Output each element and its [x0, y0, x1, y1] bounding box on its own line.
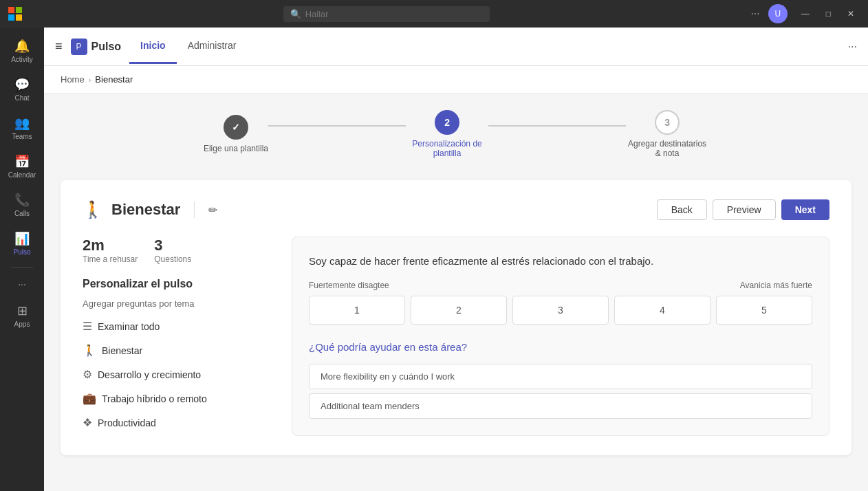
- topic-label-desarrollo: Desarrollo y crecimiento: [98, 369, 201, 380]
- sidebar-item-pulse[interactable]: 📊 Pulso: [3, 226, 41, 261]
- edit-icon[interactable]: ✏: [208, 204, 217, 217]
- window-controls: — □ ✕: [796, 8, 860, 20]
- app-logo: P Pulso: [71, 39, 122, 55]
- followup-options: More flexibility en y cuándo I work Addi…: [309, 364, 812, 419]
- pulse-icon: 📊: [14, 231, 30, 246]
- step-line-2: [488, 125, 626, 127]
- topic-icon-productividad: ❖: [83, 416, 92, 429]
- step-3: 3 Agregar destinatarios & nota: [626, 110, 708, 158]
- apps-icon: ⊞: [17, 303, 28, 318]
- svg-rect-0: [8, 7, 14, 13]
- followup-option-2[interactable]: Additional team menders: [309, 393, 812, 419]
- scale-btn-4[interactable]: 4: [614, 296, 710, 325]
- main-content: ≡ P Pulso Inicio Administrar ··· Home ›: [44, 28, 868, 491]
- sidebar-item-label: Calls: [14, 210, 30, 217]
- header-buttons: Back Preview Next: [657, 199, 829, 220]
- topic-item-all[interactable]: ☰ Examinar todo: [83, 314, 275, 338]
- nav-more-icon[interactable]: ···: [848, 41, 857, 53]
- sidebar-item-chat[interactable]: 💬 Chat: [3, 72, 41, 107]
- page-content: ✓ Elige una plantilla 2 Personalización …: [44, 94, 868, 491]
- search-icon: 🔍: [290, 9, 301, 19]
- user-avatar[interactable]: U: [768, 4, 788, 23]
- teams-icon: 👥: [14, 116, 30, 131]
- stat-time-value: 2m: [83, 237, 138, 254]
- breadcrumb-home[interactable]: Home: [61, 74, 85, 85]
- sidebar-item-label: Calendar: [8, 171, 36, 179]
- topic-icon-bienestar: 🚶: [83, 344, 96, 357]
- survey-question: Soy capaz de hacer frente eficazmente al…: [309, 254, 812, 270]
- logo-icon: P: [71, 39, 87, 55]
- topic-icon-all: ☰: [83, 320, 92, 333]
- calls-icon: 📞: [14, 193, 30, 208]
- followup-question: ¿Qué podría ayudar en esta área?: [309, 341, 812, 353]
- topic-item-hibrido[interactable]: 💼 Trabajo híbrido o remoto: [83, 386, 275, 411]
- minimize-button[interactable]: —: [796, 8, 815, 20]
- topic-item-productividad[interactable]: ❖ Productividad: [83, 411, 275, 435]
- topic-list: ☰ Examinar todo 🚶 Bienestar ⚙ Desarrollo…: [83, 314, 275, 435]
- svg-rect-2: [8, 14, 14, 21]
- survey-panel: Soy capaz de hacer frente eficazmente al…: [292, 237, 829, 436]
- activity-icon: 🔔: [14, 39, 30, 54]
- step-1-label: Elige una plantilla: [204, 144, 268, 153]
- stat-questions: 3 Questions: [154, 237, 191, 264]
- breadcrumb: Home › Bienestar: [44, 66, 868, 94]
- tab-inicio[interactable]: Inicio: [129, 29, 177, 64]
- sidebar-item-calls[interactable]: 📞 Calls: [3, 187, 41, 223]
- topic-prompt: Agregar preguntas por tema: [83, 298, 275, 309]
- sidebar-item-label: Teams: [12, 133, 32, 140]
- survey-card: Soy capaz de hacer frente eficazmente al…: [292, 237, 829, 436]
- scale-btn-2[interactable]: 2: [411, 296, 507, 325]
- sidebar-item-calendar[interactable]: 📅 Calendar: [3, 149, 41, 184]
- chat-icon: 💬: [14, 77, 30, 92]
- scale-buttons: 1 2 3 4 5: [309, 296, 812, 325]
- scale-btn-1[interactable]: 1: [309, 296, 405, 325]
- titlebar-right: ··· U — □ ✕: [750, 4, 860, 23]
- stat-questions-value: 3: [154, 237, 191, 254]
- next-button[interactable]: Next: [781, 199, 829, 220]
- logo-letter: P: [76, 42, 82, 52]
- app-icon: [8, 7, 22, 21]
- step-2-circle: 2: [435, 110, 459, 135]
- stat-time: 2m Time a rehusar: [83, 237, 138, 264]
- stat-time-label: Time a rehusar: [83, 254, 138, 264]
- scale-btn-5[interactable]: 5: [716, 296, 812, 325]
- topic-item-desarrollo[interactable]: ⚙ Desarrollo y crecimiento: [83, 362, 275, 386]
- step-line-1: [268, 125, 406, 127]
- sidebar-item-activity[interactable]: 🔔 Activity: [3, 33, 41, 69]
- sidebar-item-apps[interactable]: ⊞ Apps: [3, 298, 41, 334]
- topic-label-hibrido: Trabajo híbrido o remoto: [102, 393, 207, 404]
- app-name: Pulso: [91, 41, 122, 53]
- app-container: 🔔 Activity 💬 Chat 👥 Teams 📅 Calendar 📞 C…: [0, 28, 868, 491]
- topic-item-bienestar[interactable]: 🚶 Bienestar: [83, 338, 275, 362]
- calendar-icon: 📅: [14, 154, 30, 169]
- sidebar-item-teams[interactable]: 👥 Teams: [3, 110, 41, 146]
- sidebar-item-label: Pulso: [13, 248, 30, 256]
- tab-administrar[interactable]: Administrar: [177, 29, 248, 64]
- maximize-button[interactable]: □: [821, 8, 836, 20]
- top-nav-right: ···: [848, 41, 857, 53]
- topic-label-bienestar: Bienestar: [102, 345, 142, 356]
- top-nav: ≡ P Pulso Inicio Administrar ···: [44, 28, 868, 66]
- search-bar[interactable]: 🔍: [283, 6, 490, 22]
- hamburger-button[interactable]: ≡: [55, 39, 63, 54]
- sidebar-item-label: Activity: [11, 56, 33, 63]
- search-input[interactable]: [305, 9, 477, 19]
- sidebar-item-label: Apps: [14, 320, 30, 328]
- card-title: Bienestar: [111, 201, 180, 219]
- card-header: 🚶 Bienestar ✏ Back Preview Next: [83, 199, 829, 220]
- close-button[interactable]: ✕: [842, 8, 860, 20]
- sidebar-item-more[interactable]: ···: [3, 273, 41, 295]
- followup-option-1[interactable]: More flexibility en y cuándo I work: [309, 364, 812, 389]
- step-2-label: Personalización de plantilla: [406, 139, 488, 158]
- more-options-icon[interactable]: ···: [750, 8, 759, 20]
- nav-tabs: Inicio Administrar: [129, 29, 247, 64]
- topic-icon-desarrollo: ⚙: [83, 368, 92, 381]
- title-divider: [194, 201, 195, 218]
- scale-btn-3[interactable]: 3: [512, 296, 609, 325]
- more-icon: ···: [18, 279, 26, 290]
- preview-button[interactable]: Preview: [713, 199, 776, 220]
- back-button[interactable]: Back: [657, 199, 707, 220]
- topic-label-all: Examinar todo: [98, 321, 160, 332]
- stats-row: 2m Time a rehusar 3 Questions: [83, 237, 275, 264]
- step-1-circle: ✓: [224, 115, 248, 140]
